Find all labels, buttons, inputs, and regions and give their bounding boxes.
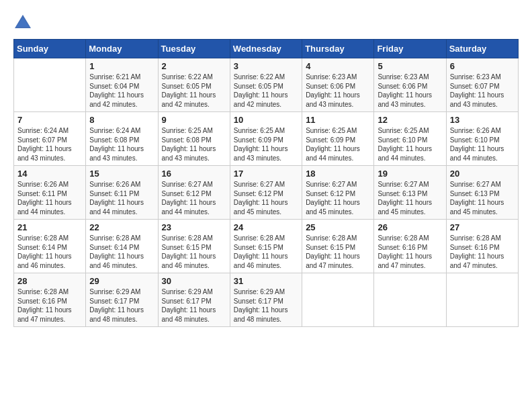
header-day-tuesday: Tuesday — [158, 40, 230, 58]
day-number: 19 — [378, 169, 442, 179]
calendar-cell: 23Sunrise: 6:28 AM Sunset: 6:15 PM Dayli… — [158, 220, 230, 273]
day-info: Sunrise: 6:24 AM Sunset: 6:07 PM Dayligh… — [17, 126, 82, 163]
calendar-cell: 7Sunrise: 6:24 AM Sunset: 6:07 PM Daylig… — [14, 112, 86, 166]
day-number: 15 — [89, 169, 154, 179]
day-info: Sunrise: 6:28 AM Sunset: 6:14 PM Dayligh… — [89, 234, 154, 270]
svg-marker-1 — [16, 17, 30, 27]
logo — [13, 13, 35, 32]
calendar-cell: 6Sunrise: 6:23 AM Sunset: 6:07 PM Daylig… — [446, 58, 518, 112]
day-number: 16 — [162, 169, 226, 179]
calendar-cell — [302, 273, 374, 327]
day-info: Sunrise: 6:25 AM Sunset: 6:09 PM Dayligh… — [306, 126, 370, 163]
calendar-cell: 30Sunrise: 6:29 AM Sunset: 6:17 PM Dayli… — [158, 273, 230, 327]
calendar-header-row: SundayMondayTuesdayWednesdayThursdayFrid… — [14, 40, 519, 58]
day-number: 6 — [450, 61, 515, 71]
day-info: Sunrise: 6:27 AM Sunset: 6:13 PM Dayligh… — [378, 180, 442, 216]
calendar-cell: 5Sunrise: 6:23 AM Sunset: 6:06 PM Daylig… — [374, 58, 446, 112]
calendar-cell: 10Sunrise: 6:25 AM Sunset: 6:09 PM Dayli… — [230, 112, 302, 166]
logo-icon — [13, 13, 32, 32]
day-info: Sunrise: 6:22 AM Sunset: 6:05 PM Dayligh… — [162, 73, 226, 109]
calendar-week-4: 21Sunrise: 6:28 AM Sunset: 6:14 PM Dayli… — [14, 220, 519, 273]
day-number: 27 — [450, 222, 515, 232]
day-info: Sunrise: 6:26 AM Sunset: 6:11 PM Dayligh… — [89, 180, 154, 216]
day-number: 18 — [306, 169, 370, 179]
day-info: Sunrise: 6:28 AM Sunset: 6:16 PM Dayligh… — [450, 234, 515, 270]
calendar-cell: 4Sunrise: 6:23 AM Sunset: 6:06 PM Daylig… — [302, 58, 374, 112]
day-info: Sunrise: 6:28 AM Sunset: 6:16 PM Dayligh… — [378, 234, 442, 270]
calendar-cell: 31Sunrise: 6:29 AM Sunset: 6:17 PM Dayli… — [230, 273, 302, 327]
day-info: Sunrise: 6:28 AM Sunset: 6:15 PM Dayligh… — [162, 234, 226, 270]
calendar-cell: 18Sunrise: 6:27 AM Sunset: 6:12 PM Dayli… — [302, 166, 374, 220]
day-info: Sunrise: 6:26 AM Sunset: 6:11 PM Dayligh… — [17, 180, 82, 216]
calendar-table: SundayMondayTuesdayWednesdayThursdayFrid… — [13, 39, 519, 327]
calendar-cell: 17Sunrise: 6:27 AM Sunset: 6:12 PM Dayli… — [230, 166, 302, 220]
day-number: 22 — [89, 222, 154, 232]
day-number: 29 — [89, 276, 154, 286]
header-day-saturday: Saturday — [446, 40, 518, 58]
calendar-cell: 27Sunrise: 6:28 AM Sunset: 6:16 PM Dayli… — [446, 220, 518, 273]
day-number: 11 — [306, 115, 370, 125]
day-number: 7 — [17, 115, 82, 125]
day-info: Sunrise: 6:28 AM Sunset: 6:15 PM Dayligh… — [234, 234, 298, 270]
calendar-week-5: 28Sunrise: 6:28 AM Sunset: 6:16 PM Dayli… — [14, 273, 519, 327]
day-number: 3 — [234, 61, 298, 71]
day-number: 28 — [17, 276, 82, 286]
calendar-cell: 29Sunrise: 6:29 AM Sunset: 6:17 PM Dayli… — [86, 273, 158, 327]
calendar-cell: 21Sunrise: 6:28 AM Sunset: 6:14 PM Dayli… — [14, 220, 86, 273]
calendar-cell: 8Sunrise: 6:24 AM Sunset: 6:08 PM Daylig… — [86, 112, 158, 166]
calendar-cell: 13Sunrise: 6:26 AM Sunset: 6:10 PM Dayli… — [446, 112, 518, 166]
day-number: 5 — [378, 61, 442, 71]
calendar-week-2: 7Sunrise: 6:24 AM Sunset: 6:07 PM Daylig… — [14, 112, 519, 166]
day-number: 25 — [306, 222, 370, 232]
calendar-cell — [14, 58, 86, 112]
day-info: Sunrise: 6:25 AM Sunset: 6:09 PM Dayligh… — [234, 126, 298, 163]
day-info: Sunrise: 6:23 AM Sunset: 6:06 PM Dayligh… — [378, 73, 442, 109]
day-number: 13 — [450, 115, 515, 125]
day-info: Sunrise: 6:25 AM Sunset: 6:10 PM Dayligh… — [378, 126, 442, 163]
calendar-cell: 11Sunrise: 6:25 AM Sunset: 6:09 PM Dayli… — [302, 112, 374, 166]
day-number: 14 — [17, 169, 82, 179]
calendar-cell: 3Sunrise: 6:22 AM Sunset: 6:05 PM Daylig… — [230, 58, 302, 112]
calendar-cell — [446, 273, 518, 327]
day-number: 8 — [89, 115, 154, 125]
day-number: 9 — [162, 115, 226, 125]
calendar-cell: 20Sunrise: 6:27 AM Sunset: 6:13 PM Dayli… — [446, 166, 518, 220]
calendar-cell: 22Sunrise: 6:28 AM Sunset: 6:14 PM Dayli… — [86, 220, 158, 273]
page-header — [13, 13, 519, 32]
day-info: Sunrise: 6:29 AM Sunset: 6:17 PM Dayligh… — [162, 287, 226, 324]
day-number: 17 — [234, 169, 298, 179]
day-info: Sunrise: 6:23 AM Sunset: 6:06 PM Dayligh… — [306, 73, 370, 109]
day-info: Sunrise: 6:28 AM Sunset: 6:15 PM Dayligh… — [306, 234, 370, 270]
day-number: 30 — [162, 276, 226, 286]
calendar-cell: 1Sunrise: 6:21 AM Sunset: 6:04 PM Daylig… — [86, 58, 158, 112]
day-info: Sunrise: 6:27 AM Sunset: 6:12 PM Dayligh… — [306, 180, 370, 216]
day-number: 21 — [17, 222, 82, 232]
day-info: Sunrise: 6:24 AM Sunset: 6:08 PM Dayligh… — [89, 126, 154, 163]
calendar-cell: 28Sunrise: 6:28 AM Sunset: 6:16 PM Dayli… — [14, 273, 86, 327]
calendar-week-1: 1Sunrise: 6:21 AM Sunset: 6:04 PM Daylig… — [14, 58, 519, 112]
day-number: 26 — [378, 222, 442, 232]
calendar-cell: 26Sunrise: 6:28 AM Sunset: 6:16 PM Dayli… — [374, 220, 446, 273]
calendar-cell: 9Sunrise: 6:25 AM Sunset: 6:08 PM Daylig… — [158, 112, 230, 166]
header-day-thursday: Thursday — [302, 40, 374, 58]
calendar-cell: 14Sunrise: 6:26 AM Sunset: 6:11 PM Dayli… — [14, 166, 86, 220]
day-info: Sunrise: 6:22 AM Sunset: 6:05 PM Dayligh… — [234, 73, 298, 109]
calendar-week-3: 14Sunrise: 6:26 AM Sunset: 6:11 PM Dayli… — [14, 166, 519, 220]
day-info: Sunrise: 6:25 AM Sunset: 6:08 PM Dayligh… — [162, 126, 226, 163]
day-info: Sunrise: 6:23 AM Sunset: 6:07 PM Dayligh… — [450, 73, 515, 109]
day-info: Sunrise: 6:27 AM Sunset: 6:12 PM Dayligh… — [162, 180, 226, 216]
calendar-cell: 25Sunrise: 6:28 AM Sunset: 6:15 PM Dayli… — [302, 220, 374, 273]
day-number: 4 — [306, 61, 370, 71]
header-day-sunday: Sunday — [14, 40, 86, 58]
day-number: 20 — [450, 169, 515, 179]
day-number: 10 — [234, 115, 298, 125]
calendar-cell — [374, 273, 446, 327]
calendar-cell: 19Sunrise: 6:27 AM Sunset: 6:13 PM Dayli… — [374, 166, 446, 220]
day-number: 12 — [378, 115, 442, 125]
day-number: 23 — [162, 222, 226, 232]
calendar-cell: 16Sunrise: 6:27 AM Sunset: 6:12 PM Dayli… — [158, 166, 230, 220]
day-number: 24 — [234, 222, 298, 232]
day-number: 2 — [162, 61, 226, 71]
header-day-monday: Monday — [86, 40, 158, 58]
day-info: Sunrise: 6:28 AM Sunset: 6:16 PM Dayligh… — [17, 287, 82, 324]
